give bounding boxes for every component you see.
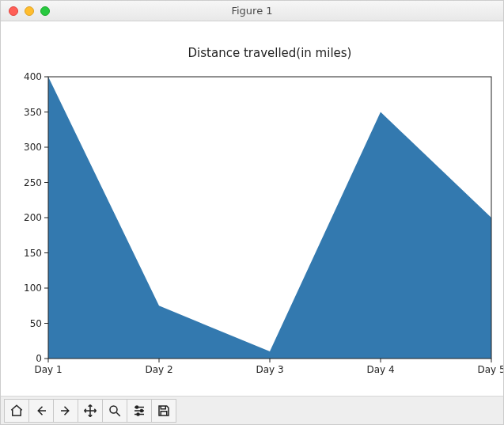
x-tick-label: Day 2	[145, 364, 172, 375]
chart-canvas[interactable]: Distance travelled(in miles)050100150200…	[1, 21, 503, 396]
zoom-button[interactable]	[102, 399, 127, 423]
close-icon[interactable]	[9, 6, 18, 16]
chart-title: Distance travelled(in miles)	[188, 46, 352, 60]
maximize-icon[interactable]	[40, 6, 50, 16]
x-tick-label: Day 5	[477, 364, 503, 375]
save-icon	[157, 404, 171, 418]
y-tick-label: 300	[24, 142, 42, 153]
y-tick-label: 0	[36, 353, 42, 364]
minimize-icon[interactable]	[25, 6, 34, 16]
zoom-icon	[108, 404, 122, 418]
save-button[interactable]	[151, 399, 176, 423]
traffic-lights	[9, 6, 50, 16]
svg-point-1	[136, 406, 138, 408]
y-tick-label: 150	[24, 248, 42, 259]
x-tick-label: Day 1	[34, 364, 62, 375]
sliders-icon	[132, 404, 146, 418]
svg-point-3	[137, 413, 139, 416]
figure-window: Figure 1 Distance travelled(in miles)050…	[0, 0, 504, 425]
back-button[interactable]	[28, 399, 54, 423]
matplotlib-toolbar	[1, 396, 503, 424]
pan-button[interactable]	[78, 399, 103, 423]
pan-icon	[83, 404, 97, 418]
arrow-right-icon	[59, 404, 73, 418]
svg-point-2	[141, 409, 143, 412]
area-chart: Distance travelled(in miles)050100150200…	[1, 21, 503, 396]
configure-button[interactable]	[127, 399, 152, 423]
y-tick-label: 200	[24, 212, 42, 223]
svg-point-0	[110, 406, 117, 413]
y-tick-label: 250	[24, 177, 42, 188]
y-tick-label: 50	[30, 318, 42, 329]
y-tick-label: 350	[24, 107, 42, 118]
home-icon	[9, 404, 24, 418]
x-tick-label: Day 3	[256, 364, 283, 375]
arrow-left-icon	[34, 404, 48, 418]
area-series	[48, 77, 491, 359]
home-button[interactable]	[4, 399, 29, 423]
x-tick-label: Day 4	[366, 364, 394, 375]
y-tick-label: 100	[24, 283, 42, 294]
forward-button[interactable]	[53, 399, 78, 423]
window-title: Figure 1	[1, 5, 503, 17]
y-tick-label: 400	[24, 71, 42, 82]
titlebar: Figure 1	[1, 1, 503, 21]
